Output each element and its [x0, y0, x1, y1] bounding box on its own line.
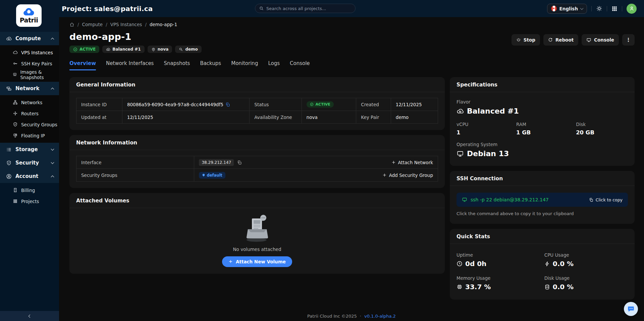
sidebar-item-networks[interactable]: Networks	[0, 97, 59, 108]
sidebar-item-security-groups[interactable]: Security Groups	[0, 119, 59, 130]
add-security-group-button[interactable]: Add Security Group	[382, 173, 433, 178]
sidebar-group-compute[interactable]: Compute	[0, 32, 59, 45]
sidebar-item-routers[interactable]: Routers	[0, 108, 59, 119]
tab-console[interactable]: Console	[290, 60, 310, 70]
theme-toggle-button[interactable]	[596, 5, 602, 12]
footer: Patrii Cloud Inc ©2025 · v0.1.0-alpha.2	[59, 314, 644, 319]
memory-usage-stat: Memory Usage 33.7 %	[457, 275, 544, 291]
sidebar-group-label: Network	[15, 85, 39, 91]
attach-new-volume-button[interactable]: Attach New Volume	[222, 256, 292, 267]
copy-icon[interactable]	[237, 160, 242, 165]
disk-value: 20 GB	[576, 129, 628, 136]
reload-icon	[548, 38, 553, 42]
tab-logs[interactable]: Logs	[268, 60, 280, 70]
terminal-monitor-icon	[462, 197, 467, 202]
stop-button[interactable]: Stop	[512, 34, 540, 46]
sidebar-group-network[interactable]: Network	[0, 82, 59, 95]
topology-icon	[13, 100, 18, 105]
sidebar-group-security[interactable]: Security	[0, 156, 59, 170]
tab-network-interfaces[interactable]: Network Interfaces	[106, 60, 154, 70]
field-label: Key Pair	[356, 111, 391, 124]
ssh-command: ssh -p 22 debian@38.29.212.147	[471, 197, 549, 202]
card-title: General Information	[69, 77, 445, 92]
ssh-command-box[interactable]: ssh -p 22 debian@38.29.212.147 Click to …	[457, 193, 628, 207]
breadcrumb-separator: /	[77, 22, 79, 27]
sidebar-item-images-snapshots[interactable]: Images & Snapshots	[0, 69, 59, 80]
sidebar-item-projects[interactable]: Projects	[0, 196, 59, 207]
sidebar-sub-compute: VPS Instances SSH Key Pairs Images & Sna…	[0, 45, 59, 82]
breadcrumb-current: demo-app-1	[150, 22, 177, 27]
tab-backups[interactable]: Backups	[200, 60, 221, 70]
card-title: Specifications	[450, 77, 635, 92]
apps-grid-button[interactable]	[611, 6, 618, 12]
field-label: Interface	[76, 156, 194, 169]
sidebar-item-label: Security Groups	[21, 122, 57, 127]
language-label: English	[559, 6, 578, 11]
projects-grid-icon	[13, 199, 18, 204]
breadcrumb-vps-instances[interactable]: VPS Instances	[110, 22, 142, 27]
status-badge: ACTIVE	[69, 46, 99, 53]
maple-cloud-icon	[23, 7, 35, 17]
global-search[interactable]	[255, 4, 356, 13]
tab-bar: Overview Network Interfaces Snapshots Ba…	[69, 60, 635, 70]
ram-value: 1 GB	[516, 129, 576, 136]
status-value: ACTIVE	[302, 98, 356, 111]
tab-snapshots[interactable]: Snapshots	[164, 60, 190, 70]
sidebar-item-vps-instances[interactable]: VPS Instances	[0, 47, 59, 58]
apps-grid-icon	[611, 6, 618, 12]
uptime-stat: Uptime 0d 0h	[457, 252, 544, 268]
chevron-down-icon	[580, 6, 584, 10]
sidebar-item-billing[interactable]: Billing	[0, 185, 59, 196]
tab-monitoring[interactable]: Monitoring	[231, 60, 258, 70]
table-row: Security Groups default	[76, 169, 438, 182]
instance-actions: Stop Reboot Console ⋮	[512, 34, 635, 46]
field-label: Availability Zone	[250, 111, 302, 124]
breadcrumb-separator: /	[145, 22, 147, 27]
disk-usage-stat: Disk Usage 0.0 %	[544, 275, 628, 291]
version-link[interactable]: v0.1.0-alpha.2	[364, 314, 396, 319]
sidebar-item-ssh-key-pairs[interactable]: SSH Key Pairs	[0, 58, 59, 69]
disk-usage-value: 0.0 %	[553, 283, 574, 291]
breadcrumb-compute[interactable]: Compute	[82, 22, 103, 27]
topbar: Project: sales@patrii.ca English	[59, 0, 644, 17]
security-group-chip[interactable]: default	[199, 172, 225, 179]
chat-widget-button[interactable]	[624, 302, 638, 316]
copy-icon[interactable]	[225, 102, 230, 107]
memory-chip-icon	[457, 284, 463, 290]
check-circle-icon	[310, 103, 314, 106]
console-button[interactable]: Console	[582, 34, 619, 46]
user-avatar[interactable]	[627, 4, 637, 14]
patrii-logo: Patrii	[16, 4, 42, 27]
sidebar-group-storage[interactable]: Storage	[0, 143, 59, 156]
language-selector[interactable]: English	[547, 4, 587, 14]
search-input[interactable]	[266, 6, 351, 11]
reboot-button[interactable]: Reboot	[543, 34, 578, 46]
divider	[607, 6, 607, 11]
plus-icon	[228, 259, 233, 264]
table-row: Updated at 12/11/2025 Availability Zone …	[76, 111, 438, 124]
status-badge: ACTIVE	[307, 101, 334, 108]
divider	[591, 6, 592, 11]
network-information-card: Network Information Interface 38.	[69, 135, 445, 188]
stats-grid: Uptime 0d 0h CPU Usage	[457, 252, 628, 291]
click-to-copy[interactable]: Click to copy	[589, 197, 623, 202]
home-icon[interactable]	[69, 22, 74, 27]
logo-area[interactable]: Patrii	[0, 0, 59, 32]
monitor-icon	[457, 150, 464, 157]
more-actions-button[interactable]: ⋮	[622, 34, 635, 46]
right-column: Specifications Flavor Balanced #1 vCPU1 …	[450, 77, 635, 305]
sidebar-item-label: VPS Instances	[21, 50, 53, 55]
main-area: Project: sales@patrii.ca English	[59, 0, 644, 321]
kebab-icon: ⋮	[626, 37, 631, 43]
cloud-server-icon	[106, 47, 110, 52]
sidebar-collapse-button[interactable]	[0, 311, 59, 321]
attach-network-button[interactable]: Attach Network	[391, 160, 433, 165]
sidebar-item-floating-ip[interactable]: Floating IP	[0, 130, 59, 141]
lightning-icon	[544, 261, 550, 267]
flavor-label: Flavor	[457, 99, 628, 105]
sidebar-group-account[interactable]: Account	[0, 170, 59, 183]
badge-row: ACTIVE Balanced #1 nova demo	[69, 46, 202, 53]
tab-overview[interactable]: Overview	[69, 60, 96, 70]
empty-state-text: No volumes attached	[233, 247, 281, 252]
ram-label: RAM	[516, 122, 576, 127]
